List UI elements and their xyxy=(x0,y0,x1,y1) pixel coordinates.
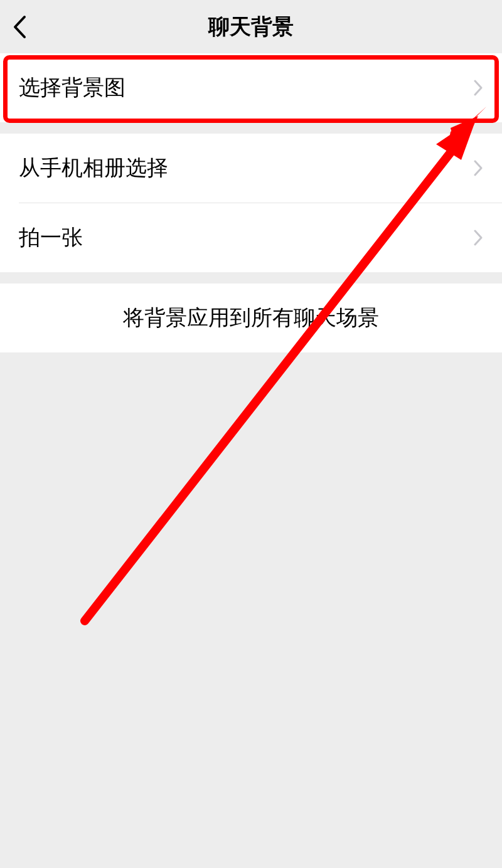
back-button[interactable] xyxy=(13,15,26,39)
chevron-left-icon xyxy=(13,15,26,39)
chevron-right-icon xyxy=(473,159,483,177)
cell-apply-all-chats[interactable]: 将背景应用到所有聊天场景 xyxy=(0,283,502,352)
cell-select-background[interactable]: 选择背景图 xyxy=(0,53,502,122)
chevron-right-icon xyxy=(473,79,483,97)
cell-label: 选择背景图 xyxy=(19,73,125,102)
page-title: 聊天背景 xyxy=(0,13,502,41)
cell-take-photo[interactable]: 拍一张 xyxy=(0,203,502,272)
group-photo-options: 从手机相册选择 拍一张 xyxy=(0,134,502,272)
cell-label: 拍一张 xyxy=(19,223,83,252)
cell-from-album[interactable]: 从手机相册选择 xyxy=(0,134,502,203)
annotation-arrow xyxy=(0,0,502,868)
cell-label: 从手机相册选择 xyxy=(19,154,168,183)
header: 聊天背景 xyxy=(0,0,502,53)
chevron-right-icon xyxy=(473,229,483,246)
group-select-bg: 选择背景图 xyxy=(0,53,502,122)
cell-label: 将背景应用到所有聊天场景 xyxy=(19,304,483,332)
group-apply-all: 将背景应用到所有聊天场景 xyxy=(0,283,502,352)
